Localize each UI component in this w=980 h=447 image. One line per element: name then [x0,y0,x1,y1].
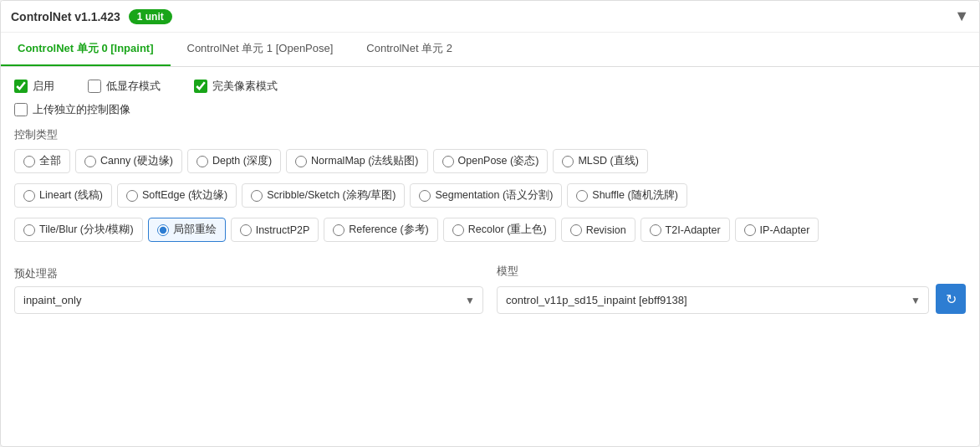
radio-label: InstructP2P [256,224,310,236]
model-select[interactable]: control_v11p_sd15_inpaint [ebff9138] [497,286,929,314]
radio-input-Tile/Blur (分块/模糊)[interactable] [23,224,35,236]
radio-row-0: 全部Canny (硬边缘)Depth (深度)NormalMap (法线贴图)O… [14,149,648,173]
tab-unit-1[interactable]: ControlNet 单元 1 [OpenPose] [171,33,350,66]
radio-item-Recolor (重上色)[interactable]: Recolor (重上色) [443,218,556,242]
model-select-wrapper: control_v11p_sd15_inpaint [ebff9138] ▼ [497,286,929,314]
radio-label: Segmentation (语义分割) [435,188,553,203]
radio-item-T2I-Adapter[interactable]: T2I-Adapter [641,218,730,242]
pixel-perfect-checkbox[interactable] [194,80,207,93]
radio-row-1: Lineart (线稿)SoftEdge (软边缘)Scribble/Sketc… [14,183,687,208]
radio-label: Tile/Blur (分块/模糊) [39,223,134,237]
upload-independent-checkbox[interactable] [14,103,28,116]
radio-input-IP-Adapter[interactable] [744,224,756,236]
radio-item-Revision[interactable]: Revision [561,218,635,242]
radio-label: Canny (硬边缘) [100,154,173,168]
radio-label: T2I-Adapter [666,224,721,236]
radio-item-IP-Adapter[interactable]: IP-Adapter [735,218,819,242]
radio-label: Scribble/Sketch (涂鸦/草图) [267,188,396,203]
tab-unit-2[interactable]: ControlNet 单元 2 [350,33,469,66]
preprocessor-label: 预处理器 [14,266,483,281]
radio-input-Reference (参考)[interactable] [333,224,345,236]
tab-unit-0[interactable]: ControlNet 单元 0 [Inpaint] [1,33,171,66]
preprocessor-select-wrapper: inpaint_only ▼ [14,286,483,314]
radio-label: Lineart (线稿) [39,188,103,203]
controlnet-panel: ControlNet v1.1.423 1 unit ▼ ControlNet … [0,0,980,447]
bottom-section: 预处理器 inpaint_only ▼ 模型 control_v11p_sd15… [1,264,979,327]
radio-input-Segmentation (语义分割)[interactable] [419,190,431,202]
radio-item-NormalMap (法线贴图)[interactable]: NormalMap (法线贴图) [286,149,427,173]
radio-row-2: Tile/Blur (分块/模糊)局部重绘InstructP2PReferenc… [14,218,635,242]
model-label: 模型 [497,264,966,279]
pixel-perfect-checkbox-label[interactable]: 完美像素模式 [194,79,278,94]
radio-item-SoftEdge (软边缘)[interactable]: SoftEdge (软边缘) [117,183,237,208]
radio-input-Canny (硬边缘)[interactable] [84,156,96,167]
radio-item-Scribble/Sketch (涂鸦/草图)[interactable]: Scribble/Sketch (涂鸦/草图) [242,183,405,208]
radio-item-OpenPose (姿态)[interactable]: OpenPose (姿态) [433,149,549,173]
radio-input-Recolor (重上色)[interactable] [452,224,464,236]
low-vram-checkbox-label[interactable]: 低显存模式 [88,79,161,94]
radio-label: OpenPose (姿态) [458,154,539,168]
radio-label: MLSD (直线) [578,154,639,168]
radio-row-3: T2I-AdapterIP-Adapter [641,218,819,242]
radio-input-InstructP2P[interactable] [240,224,252,236]
content-area: 启用 低显存模式 完美像素模式 上传独立的控制图像 控制类型 全部Canny (… [1,67,979,264]
radio-label: SoftEdge (软边缘) [142,188,227,203]
radio-input-Lineart (线稿)[interactable] [23,190,35,202]
radio-item-MLSD (直线)[interactable]: MLSD (直线) [553,149,648,173]
radio-item-Depth (深度)[interactable]: Depth (深度) [187,149,281,173]
radio-item-Tile/Blur (分块/模糊)[interactable]: Tile/Blur (分块/模糊) [14,218,143,242]
radio-label: Shuffle (随机洗牌) [592,188,678,203]
control-type-grid: 全部Canny (硬边缘)Depth (深度)NormalMap (法线贴图)O… [14,149,966,247]
top-bar-left: ControlNet v1.1.423 1 unit [11,9,172,24]
radio-item-全部[interactable]: 全部 [14,149,70,173]
preprocessor-group: 预处理器 inpaint_only ▼ [14,266,483,314]
radio-item-局部重绘[interactable]: 局部重绘 [148,218,226,242]
unit-badge: 1 unit [129,9,172,24]
radio-input-Scribble/Sketch (涂鸦/草图)[interactable] [251,190,263,202]
radio-item-InstructP2P[interactable]: InstructP2P [231,218,319,242]
version-title: ControlNet v1.1.423 [11,10,120,23]
radio-label: Depth (深度) [212,154,272,168]
radio-item-Canny (硬边缘)[interactable]: Canny (硬边缘) [75,149,182,173]
control-type-label: 控制类型 [14,127,966,142]
radio-input-Shuffle (随机洗牌)[interactable] [576,190,588,202]
radio-input-NormalMap (法线贴图)[interactable] [295,156,307,167]
radio-input-Revision[interactable] [570,224,582,236]
radio-item-Segmentation (语义分割)[interactable]: Segmentation (语义分割) [410,183,562,208]
low-vram-checkbox[interactable] [88,80,101,93]
refresh-icon: ↻ [946,291,957,307]
preprocessor-select[interactable]: inpaint_only [14,286,483,314]
radio-label: Recolor (重上色) [468,223,547,237]
tabs-bar: ControlNet 单元 0 [Inpaint] ControlNet 单元 … [1,33,979,67]
radio-input-OpenPose (姿态)[interactable] [442,156,454,167]
refresh-button[interactable]: ↻ [936,284,966,314]
radio-input-局部重绘[interactable] [157,224,169,236]
model-group: 模型 control_v11p_sd15_inpaint [ebff9138] … [497,264,966,314]
model-row: control_v11p_sd15_inpaint [ebff9138] ▼ ↻ [497,284,966,314]
radio-input-MLSD (直线)[interactable] [562,156,574,167]
radio-input-全部[interactable] [23,156,35,167]
upload-independent-checkbox-label[interactable]: 上传独立的控制图像 [14,102,130,117]
radio-label: Revision [586,224,626,236]
radio-label: IP-Adapter [760,224,810,236]
enable-checkbox-label[interactable]: 启用 [14,79,54,94]
collapse-icon[interactable]: ▼ [954,8,969,25]
upload-row: 上传独立的控制图像 [14,102,966,117]
radio-label: NormalMap (法线贴图) [311,154,418,168]
top-bar: ControlNet v1.1.423 1 unit ▼ [1,1,979,33]
radio-item-Reference (参考)[interactable]: Reference (参考) [324,218,437,242]
radio-input-SoftEdge (软边缘)[interactable] [126,190,138,202]
main-checkboxes-row: 启用 低显存模式 完美像素模式 [14,79,966,94]
radio-label: 全部 [39,154,61,168]
radio-label: Reference (参考) [349,223,428,237]
radio-label: 局部重绘 [173,223,217,237]
radio-input-T2I-Adapter[interactable] [650,224,661,236]
radio-item-Shuffle (随机洗牌)[interactable]: Shuffle (随机洗牌) [567,183,687,208]
enable-checkbox[interactable] [14,80,28,93]
radio-item-Lineart (线稿)[interactable]: Lineart (线稿) [14,183,112,208]
radio-input-Depth (深度)[interactable] [197,156,208,167]
